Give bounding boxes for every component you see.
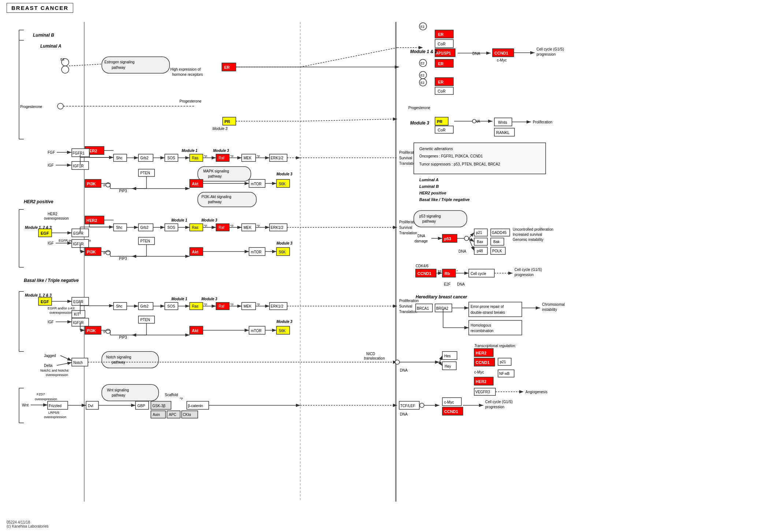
svg-point-15	[62, 66, 69, 73]
svg-text:Shc: Shc	[116, 156, 122, 160]
svg-text:Module 1 & 2: Module 1 & 2	[410, 49, 437, 54]
svg-text:Shc: Shc	[116, 304, 122, 308]
svg-text:+p: +p	[230, 302, 234, 306]
svg-text:Rb: Rb	[445, 271, 450, 276]
svg-text:E2F: E2F	[444, 282, 450, 286]
svg-text:Hereditary breast cancer: Hereditary breast cancer	[416, 294, 468, 300]
svg-text:Akt: Akt	[192, 328, 198, 333]
svg-point-335	[420, 403, 424, 408]
svg-text:S6K: S6K	[279, 329, 286, 333]
svg-text:MEK: MEK	[244, 156, 252, 160]
svg-rect-313	[102, 384, 159, 401]
svg-text:SOS: SOS	[167, 304, 175, 308]
svg-text:pathway: pathway	[208, 174, 222, 178]
svg-line-460	[300, 119, 397, 121]
svg-text:E2: E2	[420, 74, 424, 77]
svg-text:CCND1: CCND1	[444, 409, 458, 414]
svg-text:p21: p21	[476, 231, 482, 235]
svg-text:PTEN: PTEN	[140, 318, 150, 322]
svg-text:+p: +p	[256, 154, 260, 157]
svg-text:HER2 positive: HER2 positive	[419, 191, 446, 195]
svg-text:mTOR: mTOR	[251, 182, 261, 186]
svg-text:BRCA2: BRCA2	[436, 306, 449, 310]
svg-text:ERK1/2: ERK1/2	[271, 304, 283, 308]
svg-text:S6K: S6K	[279, 182, 286, 186]
svg-text:HER2: HER2	[48, 212, 57, 216]
svg-text:Basal like / Triple negative: Basal like / Triple negative	[24, 278, 79, 283]
svg-text:pathway: pathway	[208, 200, 222, 204]
svg-text:Cell cycle (G1/S): Cell cycle (G1/S)	[514, 268, 542, 272]
svg-line-403	[469, 232, 474, 238]
svg-text:Survival: Survival	[399, 156, 412, 160]
svg-text:Tumor suppressors : p53, PTEN,: Tumor suppressors : p53, PTEN, BRCA1, BR…	[419, 162, 500, 166]
svg-text:Progesterone: Progesterone	[179, 99, 201, 103]
svg-text:translocation: translocation	[364, 356, 385, 360]
svg-text:ER: ER	[224, 65, 230, 70]
svg-text:FZD7: FZD7	[37, 393, 45, 396]
svg-text:hormone receptors: hormone receptors	[172, 72, 203, 77]
svg-text:c-Myc: c-Myc	[474, 370, 484, 374]
svg-text:Module 3: Module 3	[201, 297, 218, 301]
svg-text:PTEN: PTEN	[140, 171, 150, 175]
svg-text:Ras: Ras	[192, 304, 198, 308]
svg-text:Hes: Hes	[444, 354, 451, 358]
svg-text:HER2: HER2	[86, 218, 97, 223]
svg-text:EGF: EGF	[41, 231, 49, 235]
svg-text:PR: PR	[224, 119, 230, 124]
svg-line-354	[439, 356, 442, 362]
svg-text:AP1/SP1: AP1/SP1	[436, 51, 451, 55]
svg-text:VEGFR3: VEGFR3	[475, 390, 490, 394]
svg-text:Grb2: Grb2	[140, 156, 149, 160]
footer-line1: 05224 4/11/18	[7, 520, 49, 524]
svg-text:SOS: SOS	[167, 226, 175, 230]
svg-text:CCND1: CCND1	[476, 360, 490, 365]
svg-text:Homologous: Homologous	[471, 323, 491, 327]
svg-text:EGFR: EGFR	[73, 300, 83, 304]
svg-text:Module 3: Module 3	[276, 172, 293, 176]
svg-line-293	[57, 362, 72, 365]
svg-text:+p: +p	[256, 302, 260, 306]
svg-text:Cell cycle: Cell cycle	[471, 272, 486, 276]
svg-text:RANKL: RANKL	[496, 130, 510, 135]
svg-text:PIP3: PIP3	[119, 335, 127, 339]
svg-text:c-Myc: c-Myc	[444, 400, 454, 404]
svg-text:double-strand breaks: double-strand breaks	[471, 310, 505, 315]
svg-text:+p: +p	[438, 269, 441, 273]
svg-text:NF-κB: NF-κB	[499, 372, 510, 376]
svg-text:Module 1: Module 1	[171, 297, 187, 301]
svg-text:Translation: Translation	[399, 310, 417, 314]
svg-text:CCND1: CCND1	[494, 51, 508, 55]
svg-text:Module 3: Module 3	[212, 127, 228, 131]
svg-text:+p: +p	[204, 302, 207, 306]
svg-text:Module 1, 2 & 3: Module 1, 2 & 3	[25, 293, 52, 297]
svg-text:PI3K: PI3K	[87, 250, 96, 254]
svg-text:Raf: Raf	[219, 156, 224, 160]
svg-rect-16	[102, 57, 170, 73]
svg-text:Increased survival: Increased survival	[513, 232, 542, 237]
svg-text:Survival: Survival	[399, 304, 412, 308]
svg-text:FGF: FGF	[48, 150, 55, 155]
svg-text:PI3K-Akt signaling: PI3K-Akt signaling	[201, 195, 231, 199]
svg-text:DNA: DNA	[400, 368, 408, 372]
svg-text:Grb2: Grb2	[140, 304, 149, 308]
svg-text:progression: progression	[485, 405, 504, 409]
svg-text:POLK: POLK	[492, 249, 502, 253]
svg-text:progression: progression	[514, 273, 534, 277]
svg-text:IGF1R: IGF1R	[73, 242, 83, 246]
svg-text:IGF1R: IGF1R	[73, 164, 83, 168]
svg-text:LRP5/6: LRP5/6	[48, 411, 59, 414]
svg-text:Luminal A: Luminal A	[419, 178, 439, 182]
svg-text:EGF: EGF	[41, 300, 49, 304]
svg-text:Ras: Ras	[192, 226, 198, 230]
svg-text:MAPK signaling: MAPK signaling	[203, 169, 229, 173]
svg-line-456	[300, 48, 397, 67]
svg-text:overexpression: overexpression	[49, 311, 72, 315]
svg-text:Hey: Hey	[445, 364, 451, 368]
svg-text:Angiogenesis: Angiogenesis	[525, 390, 547, 394]
svg-text:progression: progression	[536, 52, 556, 56]
svg-text:+p: +p	[204, 224, 207, 227]
svg-text:Cell cycle (G1/S): Cell cycle (G1/S)	[485, 400, 513, 404]
svg-text:+: +	[456, 269, 458, 272]
svg-text:Luminal A: Luminal A	[40, 44, 62, 49]
svg-text:PI3K: PI3K	[87, 328, 96, 333]
